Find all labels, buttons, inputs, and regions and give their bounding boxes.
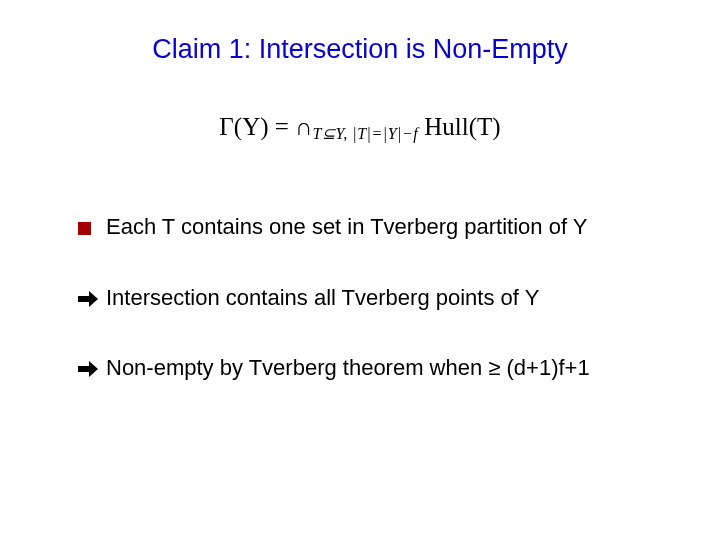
bullet-text: Intersection contains all Tverberg point… [106,284,539,313]
list-item: Non-empty by Tverberg theorem when ≥ (d+… [78,354,680,383]
formula: Γ(Y) = ∩T⊆Y, |T|=|Y|−fHull(T) [40,113,680,141]
slide: Claim 1: Intersection is Non-Empty Γ(Y) … [0,0,720,540]
arrow-right-icon [78,284,104,310]
list-item: Each T contains one set in Tverberg part… [78,213,680,242]
bullet-text: Each T contains one set in Tverberg part… [106,213,587,242]
formula-subscript: T⊆Y, |T|=|Y|−f [312,125,418,142]
list-item: Intersection contains all Tverberg point… [78,284,680,313]
bullet-text: Non-empty by Tverberg theorem when ≥ (d+… [106,354,590,383]
bullet-list: Each T contains one set in Tverberg part… [78,213,680,383]
square-bullet-icon [78,213,104,239]
arrow-right-icon [78,354,104,380]
intersection-symbol: ∩ [295,114,312,140]
formula-lhs: Γ(Y) [219,113,268,140]
slide-title: Claim 1: Intersection is Non-Empty [70,34,650,65]
formula-hull-arg: (T) [469,113,501,140]
formula-eq: = [269,113,296,140]
formula-hull: Hull [424,113,468,140]
